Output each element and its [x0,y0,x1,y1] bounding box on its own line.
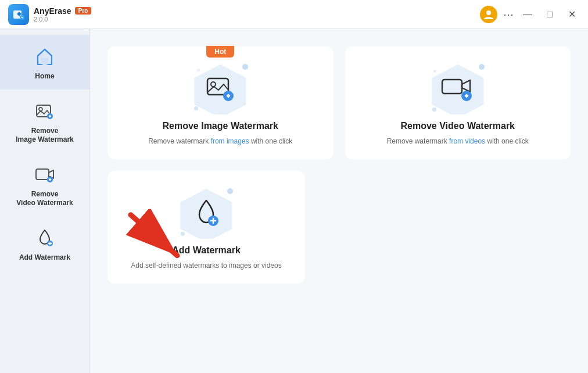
menu-icon[interactable]: ⋯ [503,8,514,21]
add-watermark-card-title: Add Watermark [172,245,241,256]
svg-rect-18 [442,80,462,94]
svg-line-21 [131,215,177,256]
svg-point-15 [211,82,216,87]
card-remove-image[interactable]: Hot [107,46,334,159]
app-version: 2.0.0 [34,16,91,23]
remove-image-card-title: Remove Image Watermark [163,121,279,131]
hot-badge: Hot [206,46,234,58]
main-layout: Home RemoveImage Watermark [0,29,588,373]
remove-image-card-desc: Remove watermark from images with one cl… [148,137,292,145]
top-cards-row: Hot [107,46,571,159]
card-add-watermark[interactable]: Add Watermark Add self-defined watermark… [107,171,305,284]
app-name: AnyErase Pro [34,6,91,16]
remove-image-icon [33,100,56,123]
sidebar-item-remove-image[interactable]: RemoveImage Watermark [0,89,89,153]
title-bar: AnyErase Pro 2.0.0 ⋯ — □ ✕ [0,0,588,29]
svg-rect-4 [41,58,48,64]
app-title-group: AnyErase Pro 2.0.0 [34,6,91,23]
add-watermark-card-icon [177,187,235,239]
remove-video-icon [33,163,56,186]
app-logo [8,4,29,25]
remove-video-card-icon [429,63,487,115]
sidebar-remove-image-label: RemoveImage Watermark [16,127,74,145]
pro-badge: Pro [75,7,92,15]
sidebar: Home RemoveImage Watermark [0,29,90,373]
add-watermark-icon [33,227,56,250]
app-name-text: AnyErase [34,6,71,16]
svg-rect-8 [36,169,49,180]
remove-image-card-icon [191,63,249,115]
sidebar-item-home[interactable]: Home [0,35,89,89]
bottom-cards-row: Add Watermark Add self-defined watermark… [107,171,571,284]
remove-video-card-title: Remove Video Watermark [400,121,515,131]
sidebar-item-remove-video[interactable]: RemoveVideo Watermark [0,153,89,216]
sidebar-item-add-watermark[interactable]: Add Watermark [0,216,89,271]
home-icon [33,45,56,69]
sidebar-home-label: Home [35,72,54,81]
title-bar-left: AnyErase Pro 2.0.0 [8,4,91,25]
maximize-button[interactable]: □ [542,6,558,23]
remove-video-card-desc: Remove watermark from videos with one cl… [387,137,529,145]
svg-point-2 [486,10,491,15]
sidebar-add-watermark-label: Add Watermark [19,253,70,263]
minimize-button[interactable]: — [519,6,536,23]
title-bar-right: ⋯ — □ ✕ [480,6,580,23]
content-area: Hot [90,29,588,373]
sidebar-remove-video-label: RemoveVideo Watermark [16,190,73,208]
add-watermark-card-desc: Add self-defined watermarks to images or… [131,261,281,270]
user-avatar[interactable] [480,6,497,23]
close-button[interactable]: ✕ [564,6,580,23]
card-remove-video[interactable]: Remove Video Watermark Remove watermark … [345,46,571,159]
